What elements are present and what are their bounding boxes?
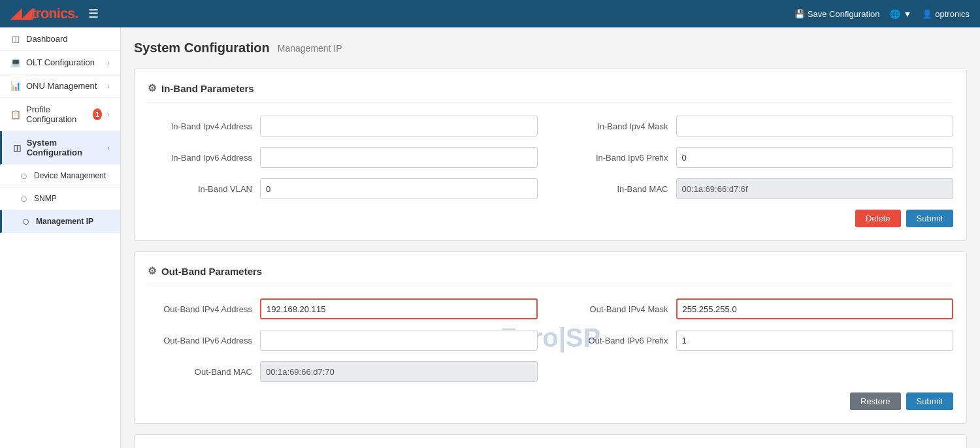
user-icon: 👤 (922, 9, 932, 19)
olt-icon: 💻 (10, 57, 21, 67)
hamburger-icon[interactable]: ☰ (88, 7, 99, 21)
user-label: optronics (935, 9, 970, 19)
onu-arrow: ‹ (107, 82, 110, 90)
inband-ipv6-label: In-Band Ipv6 Address (148, 153, 252, 163)
inband-ipv4-mask-row: In-Band Ipv4 Mask (564, 116, 954, 136)
inband-icon: ⚙ (148, 82, 156, 94)
sidebar-item-dashboard[interactable]: ◫ Dashboard (0, 27, 120, 51)
sidebar-label-device-mgmt: Device Management (34, 171, 106, 180)
outband-mac-row: Out-Band MAC (148, 361, 538, 382)
inband-ipv4-row: In-Band Ipv4 Address (148, 116, 538, 136)
sidebar-item-onu-mgmt[interactable]: 📊 ONU Management ‹ (0, 74, 120, 98)
inband-ipv6-prefix-input[interactable] (676, 147, 954, 168)
outband-ipv4-label: Out-Band IPv4 Address (148, 304, 252, 314)
inband-vlan-input[interactable] (260, 178, 538, 199)
outband-mac-input (260, 361, 538, 382)
system-icon: ◫ (12, 143, 22, 153)
outband-submit-button[interactable]: Submit (906, 392, 953, 410)
user-menu[interactable]: 👤 optronics (922, 9, 970, 19)
outband-ipv4-input[interactable] (260, 298, 538, 319)
page-subtitle: Management IP (278, 43, 342, 54)
outband-ipv4-mask-row: Out-Band IPv4 Mask (564, 298, 954, 319)
sidebar-label-olt: OLT Configuration (26, 57, 95, 67)
outband-ipv6-label: Out-Band IPv6 Address (148, 336, 252, 345)
sidebar-item-management-ip[interactable]: ◯ Management IP (0, 210, 120, 233)
inband-section-header: ⚙ In-Band Parameters (148, 82, 953, 103)
inband-title: In-Band Parameters (161, 83, 254, 94)
sidebar-item-profile-config[interactable]: 📋 Profile Configuration 1 ‹ (0, 98, 120, 131)
outband-ipv6-prefix-row: Out-Band IPv6 Prefix (564, 330, 954, 351)
top-nav-right: 💾 Save Configuration 🌐 ▼ 👤 optronics (794, 9, 970, 19)
lang-arrow: ▼ (903, 9, 911, 19)
inband-button-row: Delete Submit (148, 210, 953, 227)
sidebar-label-snmp: SNMP (34, 194, 57, 203)
outband-button-row: Restore Submit (148, 392, 953, 410)
outband-ipv6-input[interactable] (260, 330, 538, 351)
sidebar-item-system-config[interactable]: ◫ System Configuration ‹ (0, 131, 120, 165)
top-nav: ◢◢tronics. ☰ 💾 Save Configuration 🌐 ▼ 👤 … (0, 0, 980, 27)
logo: ◢◢tronics. (10, 5, 78, 22)
profile-arrow: ‹ (107, 110, 110, 118)
sidebar-label-mgmtip: Management IP (36, 217, 93, 226)
inband-section: ⚙ In-Band Parameters In-Band Ipv4 Addres… (134, 69, 967, 241)
outband-form-grid: Out-Band IPv4 Address Out-Band IPv4 Mask… (148, 298, 953, 382)
profile-badge: 1 (93, 108, 102, 120)
outband-ipv6-prefix-input[interactable] (676, 330, 954, 351)
save-config-label: Save Configuration (808, 9, 880, 19)
outband-body: Out-Band IPv4 Address Out-Band IPv4 Mask… (148, 298, 953, 410)
inband-mac-label: In-Band MAC (564, 184, 668, 194)
onu-icon: 📊 (10, 81, 21, 91)
inband-ipv4-input[interactable] (260, 116, 538, 136)
gateway-section: ⚙ GateWay Parameter IPv4 GateWay IPv6 Ga… (134, 434, 967, 448)
sidebar-submenu-system: ◯ Device Management ◯ SNMP ◯ Management … (0, 165, 120, 233)
olt-arrow: ‹ (107, 59, 110, 67)
inband-ipv4-label: In-Band Ipv4 Address (148, 121, 252, 131)
inband-ipv6-row: In-Band Ipv6 Address (148, 147, 538, 168)
inband-body: In-Band Ipv4 Address In-Band Ipv4 Mask I… (148, 116, 953, 227)
save-config-button[interactable]: 💾 Save Configuration (794, 9, 880, 19)
inband-mac-row: In-Band MAC (564, 178, 954, 199)
sidebar-label-onu: ONU Management (26, 81, 97, 91)
top-nav-left: ◢◢tronics. ☰ (10, 5, 99, 22)
page-header: System Configuration Management IP (134, 40, 967, 56)
save-icon: 💾 (794, 9, 805, 19)
inband-ipv6-prefix-label: In-Band Ipv6 Prefix (564, 153, 668, 163)
outband-ipv4-mask-input[interactable] (676, 298, 954, 319)
sidebar-item-device-mgmt[interactable]: ◯ Device Management (0, 165, 120, 187)
inband-submit-button[interactable]: Submit (906, 210, 953, 227)
outband-title: Out-Band Parameters (161, 266, 262, 277)
outband-ipv4-mask-label: Out-Band IPv4 Mask (564, 304, 668, 314)
inband-mac-input (676, 178, 954, 199)
sidebar: ◫ Dashboard 💻 OLT Configuration ‹ 📊 ONU … (0, 27, 121, 448)
page-title: System Configuration (134, 40, 270, 56)
logo-icon: ◢◢tronics. (10, 5, 78, 22)
sidebar-label-profile: Profile Configuration (26, 104, 88, 124)
profile-icon: 📋 (10, 110, 21, 120)
outband-restore-button[interactable]: Restore (850, 392, 901, 410)
inband-vlan-label: In-Band VLAN (148, 184, 252, 194)
outband-section: Foro|SP ⚙ Out-Band Parameters Out-Band I… (134, 251, 967, 424)
globe-icon: 🌐 (890, 9, 900, 19)
dashboard-icon: ◫ (10, 34, 21, 44)
language-selector[interactable]: 🌐 ▼ (890, 9, 911, 19)
dot-icon-device: ◯ (18, 173, 29, 179)
outband-mac-label: Out-Band MAC (148, 367, 252, 377)
sidebar-item-olt-config[interactable]: 💻 OLT Configuration ‹ (0, 51, 120, 74)
outband-ipv6-prefix-label: Out-Band IPv6 Prefix (564, 336, 668, 345)
inband-delete-button[interactable]: Delete (855, 210, 901, 227)
outband-icon: ⚙ (148, 265, 156, 277)
outband-section-header: ⚙ Out-Band Parameters (148, 265, 953, 285)
inband-ipv4-mask-label: In-Band Ipv4 Mask (564, 121, 668, 131)
main-content: System Configuration Management IP ⚙ In-… (121, 27, 980, 448)
dot-icon-snmp: ◯ (18, 196, 29, 202)
sidebar-label-system: System Configuration (27, 138, 103, 157)
inband-vlan-row: In-Band VLAN (148, 178, 538, 199)
inband-ipv4-mask-input[interactable] (676, 116, 954, 136)
sidebar-label-dashboard: Dashboard (26, 34, 68, 44)
outband-ipv6-row: Out-Band IPv6 Address (148, 330, 538, 351)
sidebar-item-snmp[interactable]: ◯ SNMP (0, 187, 120, 210)
inband-ipv6-prefix-row: In-Band Ipv6 Prefix (564, 147, 954, 168)
inband-ipv6-input[interactable] (260, 147, 538, 168)
dot-icon-mgmtip: ◯ (20, 219, 31, 225)
outband-ipv4-row: Out-Band IPv4 Address (148, 298, 538, 319)
